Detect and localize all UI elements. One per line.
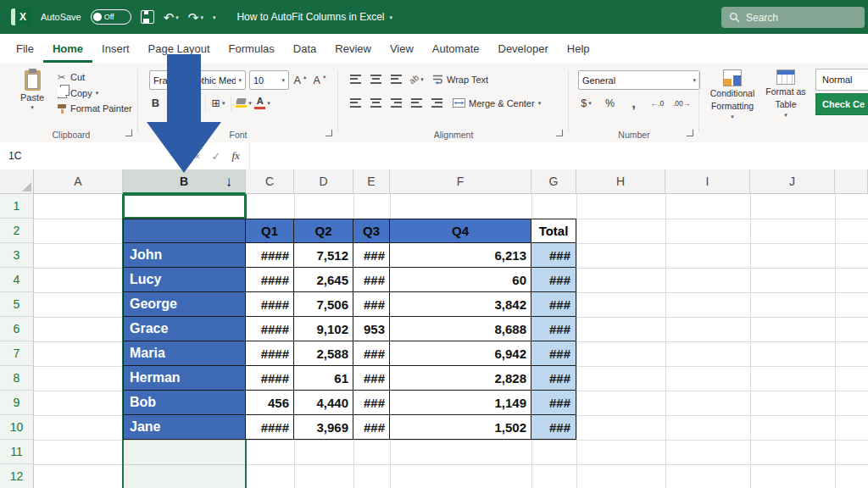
tab-review[interactable]: Review xyxy=(326,34,381,63)
cell-G10[interactable]: ### xyxy=(531,415,576,440)
format-painter-button[interactable]: Format Painter xyxy=(56,103,132,114)
cell-D4[interactable]: 2,645 xyxy=(294,268,353,292)
row-header-11[interactable]: 11 xyxy=(0,440,34,464)
orientation-button[interactable]: ab ▾ xyxy=(409,70,425,88)
tab-view[interactable]: View xyxy=(381,34,423,63)
paste-button[interactable]: Paste ▾ xyxy=(14,68,51,110)
row-header-9[interactable]: 9 xyxy=(0,391,34,415)
cell-C9[interactable]: 456 xyxy=(246,391,294,415)
cut-button[interactable]: ✂ Cut xyxy=(56,72,132,82)
row-header-4[interactable]: 4 xyxy=(0,268,34,292)
increase-indent-button[interactable] xyxy=(429,94,445,112)
cell-D7[interactable]: 2,588 xyxy=(294,341,353,366)
align-bottom-button[interactable] xyxy=(388,70,404,88)
cell-E6[interactable]: 953 xyxy=(353,317,390,341)
tab-file[interactable]: File xyxy=(7,34,43,63)
cell-F7[interactable]: 6,942 xyxy=(390,341,531,366)
font-size-select[interactable]: 10 ▾ xyxy=(249,70,289,90)
cell-G4[interactable]: ### xyxy=(531,268,576,292)
fill-color-button[interactable]: ▾ xyxy=(236,94,252,112)
cell-B7[interactable]: Maria xyxy=(123,341,246,366)
dialog-launcher-icon[interactable] xyxy=(556,130,563,136)
merge-center-button[interactable]: Merge & Center ▾ xyxy=(453,98,541,108)
cell-G6[interactable]: ### xyxy=(531,317,576,341)
row-header-8[interactable]: 8 xyxy=(0,366,34,391)
cell-F6[interactable]: 8,688 xyxy=(390,317,531,341)
cell-C8[interactable]: #### xyxy=(246,366,294,391)
row-header-2[interactable]: 2 xyxy=(0,219,34,243)
tab-insert[interactable]: Insert xyxy=(92,34,139,63)
align-left-button[interactable] xyxy=(348,94,364,112)
column-header-J[interactable]: J xyxy=(750,169,835,194)
column-header-G[interactable]: G xyxy=(531,169,576,194)
cell-B3[interactable]: John xyxy=(123,243,246,268)
cell-D10[interactable]: 3,969 xyxy=(294,415,353,440)
number-format-select[interactable]: General ▾ xyxy=(578,70,700,90)
column-header-F[interactable]: F xyxy=(390,169,531,194)
cell-E8[interactable]: ### xyxy=(353,366,390,391)
format-as-table-button[interactable]: Format as Table ▾ xyxy=(761,69,810,118)
row-header-7[interactable]: 7 xyxy=(0,341,34,366)
undo-button[interactable]: ↶ ▾ xyxy=(164,11,179,24)
cell-B4[interactable]: Lucy xyxy=(123,268,246,292)
cell-F4[interactable]: 60 xyxy=(390,268,531,292)
formula-input[interactable] xyxy=(250,142,868,169)
insert-function-icon[interactable]: fx xyxy=(232,149,240,163)
save-button[interactable] xyxy=(141,10,154,24)
column-header-E[interactable]: E xyxy=(353,169,390,194)
customize-toolbar-button[interactable]: ▾ xyxy=(213,14,216,20)
cell-D3[interactable]: 7,512 xyxy=(294,243,353,268)
cell-C4[interactable]: #### xyxy=(246,268,294,292)
cell-C10[interactable]: #### xyxy=(246,415,294,440)
decrease-indent-button[interactable] xyxy=(409,94,425,112)
copy-button[interactable]: Copy ▾ xyxy=(56,87,132,98)
document-title[interactable]: How to AutoFit Columns in Excel ▾ xyxy=(236,11,392,23)
cell-F9[interactable]: 1,149 xyxy=(390,391,531,415)
cell-C7[interactable]: #### xyxy=(246,341,294,366)
cell-F2[interactable]: Q4 xyxy=(390,219,531,243)
cell-C2[interactable]: Q1 xyxy=(246,219,294,243)
cell-C5[interactable]: #### xyxy=(246,292,294,317)
cell-style-normal[interactable]: Normal xyxy=(815,69,868,91)
tab-home[interactable]: Home xyxy=(43,34,92,63)
increase-decimal-button[interactable]: ←.0 xyxy=(649,94,665,112)
cell-F10[interactable]: 1,502 xyxy=(390,415,531,440)
column-header-I[interactable]: I xyxy=(665,169,750,194)
align-middle-button[interactable] xyxy=(368,70,384,88)
cell-D6[interactable]: 9,102 xyxy=(294,317,353,341)
row-header-5[interactable]: 5 xyxy=(0,292,34,317)
cell-D9[interactable]: 4,440 xyxy=(294,391,353,415)
cell-G3[interactable]: ### xyxy=(531,243,576,268)
cell-G5[interactable]: ### xyxy=(531,292,576,317)
cell-C6[interactable]: #### xyxy=(246,317,294,341)
cell-D8[interactable]: 61 xyxy=(294,366,353,391)
cell-D2[interactable]: Q2 xyxy=(294,219,353,243)
column-header-A[interactable]: A xyxy=(34,169,123,194)
column-header-H[interactable]: H xyxy=(576,169,665,194)
cell-E10[interactable]: ### xyxy=(353,415,390,440)
cell-E5[interactable]: ### xyxy=(353,292,390,317)
cell-E2[interactable]: Q3 xyxy=(353,219,390,243)
conditional-formatting-button[interactable]: Conditional Formatting ▾ xyxy=(705,69,760,119)
tab-developer[interactable]: Developer xyxy=(489,34,558,63)
cell-G8[interactable]: ### xyxy=(531,366,576,391)
cell-G9[interactable]: ### xyxy=(531,391,576,415)
cell-style-check-cell[interactable]: Check Ce xyxy=(815,93,868,115)
tab-data[interactable]: Data xyxy=(284,34,326,63)
search-box[interactable]: Search xyxy=(721,7,865,28)
dialog-launcher-icon[interactable] xyxy=(125,130,132,136)
decrease-decimal-button[interactable]: .00→ xyxy=(673,94,690,112)
align-top-button[interactable] xyxy=(348,70,364,88)
row-header-10[interactable]: 10 xyxy=(0,415,34,440)
cell-E3[interactable]: ### xyxy=(353,243,390,268)
tab-automate[interactable]: Automate xyxy=(423,34,489,63)
row-header-3[interactable]: 3 xyxy=(0,243,34,268)
cell-B9[interactable]: Bob xyxy=(123,391,246,415)
row-header-12[interactable]: 12 xyxy=(0,464,34,488)
dialog-launcher-icon[interactable] xyxy=(326,130,332,136)
accounting-format-button[interactable]: $ ▾ xyxy=(578,94,594,112)
cell-D5[interactable]: 7,506 xyxy=(294,292,353,317)
align-center-button[interactable] xyxy=(368,94,384,112)
cell-G2[interactable]: Total xyxy=(531,219,576,243)
cell-B6[interactable]: Grace xyxy=(123,317,246,341)
